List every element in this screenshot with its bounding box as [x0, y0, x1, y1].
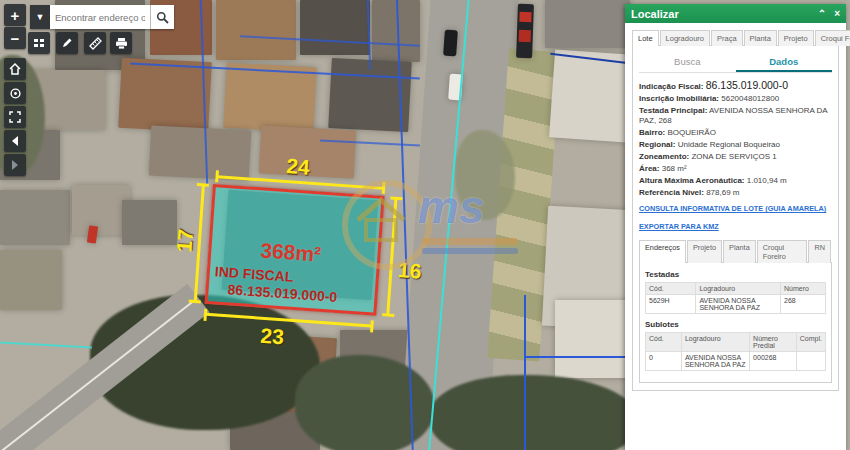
- field-value: ZONA DE SERVIÇOS 1: [691, 152, 776, 161]
- basemap-gallery-button[interactable]: [28, 32, 50, 54]
- field-altura-maxima: Altura Máxima Aeronáutica: 1.010,94 m: [639, 176, 832, 186]
- column-header: Cód.: [646, 283, 696, 295]
- tab-croqui-foreiro[interactable]: Croqui Foreiro: [815, 30, 850, 46]
- detail-tab-projeto[interactable]: Projeto: [687, 240, 722, 263]
- parcel-line-blue: [524, 295, 526, 450]
- chevron-down-icon: ▼: [36, 12, 45, 22]
- subtab-dados[interactable]: Dados: [736, 53, 833, 72]
- locate-button[interactable]: [4, 82, 26, 104]
- back-button[interactable]: [4, 130, 26, 152]
- busca-dados-toggle: Busca Dados: [639, 53, 832, 73]
- enderecos-content: Testadas Cód. Logradouro Número 5629H AV…: [639, 262, 832, 383]
- cell-numero: 268: [780, 295, 825, 314]
- tab-planta[interactable]: Planta: [744, 30, 777, 46]
- table-row[interactable]: 5629H AVENIDA NOSSA SENHORA DA PAZ 268: [646, 295, 826, 314]
- field-regional: Regional: Unidade Regional Boqueirao: [639, 140, 832, 150]
- detail-tab-croqui-foreiro[interactable]: Croqui Foreiro: [757, 240, 808, 263]
- table-row[interactable]: 0 AVENIDA NOSSA SENHORA DA PAZ 000268: [646, 352, 826, 371]
- zoom-out-button[interactable]: −: [4, 27, 26, 49]
- testadas-title: Testadas: [645, 270, 826, 279]
- dimension-line-right: [386, 199, 397, 315]
- field-label: Altura Máxima Aeronáutica:: [639, 176, 745, 185]
- printer-icon: [115, 37, 128, 50]
- column-header: Cód.: [646, 333, 682, 352]
- column-header: Número Predial: [750, 333, 797, 352]
- map-roof: [122, 200, 177, 245]
- measure-icon: [89, 37, 102, 50]
- map-building: [555, 300, 635, 378]
- field-label: Testada Principal:: [639, 106, 707, 115]
- tab-projeto[interactable]: Projeto: [778, 30, 814, 46]
- zoom-in-button[interactable]: +: [4, 4, 26, 26]
- subtab-busca[interactable]: Busca: [639, 53, 736, 72]
- field-value: 878,69 m: [706, 188, 739, 197]
- truck-cargo: [519, 12, 531, 22]
- map-roof: [300, 0, 370, 55]
- tab-lote[interactable]: Lote: [632, 30, 659, 46]
- dimension-tick: [382, 313, 394, 317]
- detail-tab-enderecos[interactable]: Endereços: [639, 240, 686, 263]
- measure-button[interactable]: [84, 32, 106, 54]
- map-roof: [149, 125, 251, 180]
- search-dropdown-button[interactable]: ▼: [30, 5, 50, 29]
- draw-button[interactable]: [56, 32, 78, 54]
- panel-titlebar[interactable]: Localizar ⌃ ×: [625, 4, 846, 23]
- minus-icon: −: [11, 30, 20, 47]
- dimension-label-bottom: 23: [260, 325, 285, 348]
- field-referencia-nivel: Referência Nível: 878,69 m: [639, 188, 832, 198]
- search-button[interactable]: [150, 5, 174, 29]
- dimension-label-right: 16: [397, 259, 422, 282]
- cell-logradouro: AVENIDA NOSSA SENHORA DA PAZ: [681, 352, 749, 371]
- parcel-line-cyan: [0, 342, 92, 349]
- dimension-tick: [197, 183, 209, 187]
- field-label: Bairro:: [639, 128, 665, 137]
- forward-button[interactable]: [4, 154, 26, 176]
- guia-amarela-link[interactable]: CONSULTA INFORMATIVA DE LOTE (GUIA AMARE…: [639, 204, 832, 213]
- field-area: Área: 368 m²: [639, 164, 832, 174]
- collapse-icon[interactable]: ⌃: [818, 8, 826, 19]
- field-value: 5620048012800: [721, 94, 779, 103]
- panel-title: Localizar: [631, 8, 679, 20]
- home-button[interactable]: [4, 58, 26, 80]
- extent-button[interactable]: [4, 106, 26, 128]
- exportar-kmz-link[interactable]: EXPORTAR PARA KMZ: [639, 222, 832, 231]
- field-value: 1.010,94 m: [747, 176, 787, 185]
- map-roof: [216, 0, 296, 60]
- selected-lot-overlay[interactable]: 24 23 17 16 368m² IND FISCAL 86.135.019.…: [205, 184, 385, 316]
- red-car: [87, 225, 98, 243]
- lote-tab-content: Busca Dados Indicação Fiscal: 86.135.019…: [632, 45, 839, 391]
- detail-tab-planta[interactable]: Planta: [723, 240, 756, 263]
- plus-icon: +: [11, 7, 20, 24]
- print-button[interactable]: [110, 32, 132, 54]
- field-label: Zoneamento:: [639, 152, 689, 161]
- column-header: Número: [780, 283, 825, 295]
- search-bar: ▼: [30, 5, 174, 29]
- field-label: Indicação Fiscal:: [639, 82, 703, 91]
- dimension-tick: [382, 182, 386, 194]
- locate-icon: [9, 87, 22, 100]
- testadas-table: Cód. Logradouro Número 5629H AVENIDA NOS…: [645, 282, 826, 314]
- cell-compl: [796, 352, 825, 371]
- column-header: Logradouro: [681, 333, 749, 352]
- search-input[interactable]: [50, 5, 150, 29]
- cell-logradouro: AVENIDA NOSSA SENHORA DA PAZ: [696, 295, 781, 314]
- field-label: Área:: [639, 164, 659, 173]
- field-value: 368 m²: [662, 164, 687, 173]
- trees: [455, 130, 515, 220]
- localizar-panel: Localizar ⌃ × Lote Logradouro Praça Plan…: [625, 4, 846, 450]
- detail-tab-rn[interactable]: RN: [808, 240, 831, 263]
- close-icon[interactable]: ×: [834, 8, 840, 19]
- sublotes-title: Sublotes: [645, 320, 826, 329]
- sublotes-table: Cód. Logradouro Número Predial Compl. 0 …: [645, 332, 826, 371]
- column-header: Compl.: [796, 333, 825, 352]
- map-roof: [0, 250, 62, 310]
- column-header: Logradouro: [696, 283, 781, 295]
- truck: [516, 4, 534, 59]
- tab-logradouro[interactable]: Logradouro: [660, 30, 710, 46]
- map-roof: [118, 58, 212, 133]
- tab-praca[interactable]: Praça: [711, 30, 743, 46]
- cell-numero-predial: 000268: [750, 352, 797, 371]
- field-zoneamento: Zoneamento: ZONA DE SERVIÇOS 1: [639, 152, 832, 162]
- cell-cod: 5629H: [646, 295, 696, 314]
- home-icon: [9, 63, 21, 75]
